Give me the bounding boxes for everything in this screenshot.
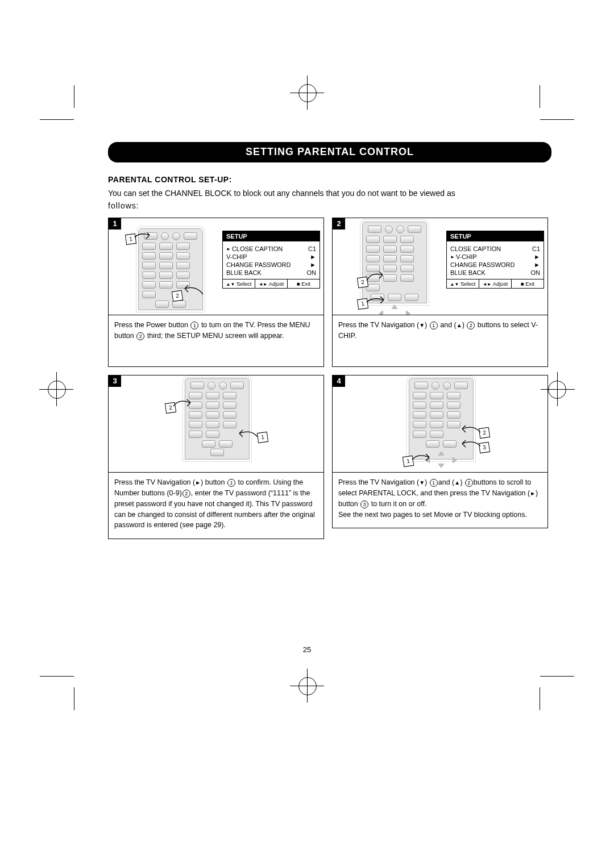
osd-item-value: ► xyxy=(534,253,540,260)
page-content: SETTING PARENTAL CONTROL PARENTAL CONTRO… xyxy=(108,142,551,539)
osd-item-value: C1 xyxy=(308,245,316,252)
osd-item-label: V-CHIP xyxy=(456,253,477,260)
step-3-figure: 3 2 1 xyxy=(108,375,324,473)
intro-line-2: follows: xyxy=(108,201,139,210)
step-2: 2 2 1 SETUP CLOSE CAPT xyxy=(332,218,548,367)
osd-item-value: ► xyxy=(310,253,316,260)
pointer-arrow-icon xyxy=(180,284,204,295)
osd-item-value: ON xyxy=(531,269,541,276)
osd-item-label: CHANGE PASSWORD xyxy=(226,261,291,268)
remote-illustration xyxy=(362,222,427,303)
osd-footer-adjust: Adjust xyxy=(269,281,284,287)
step-4-figure: 4 2 3 1 xyxy=(332,375,548,473)
step-3: 3 2 1 Press the TV Navigation (►) button… xyxy=(108,375,324,539)
osd-item-label: BLUE BACK xyxy=(450,269,486,276)
pointer-arrow-icon xyxy=(366,294,389,306)
intro-line-1: You can set the CHANNEL BLOCK to block o… xyxy=(108,189,455,198)
step-4-number: 4 xyxy=(333,375,345,387)
step-2-number: 2 xyxy=(333,218,345,229)
osd-footer-select: Select xyxy=(237,281,251,287)
remote-illustration xyxy=(185,378,250,460)
osd-setup-menu: SETUP CLOSE CAPTIONC1 ►V-CHIP► CHANGE PA… xyxy=(446,231,544,289)
pointer-arrow-icon xyxy=(458,438,482,449)
osd-item-label: CLOSE CAPTION xyxy=(232,245,283,252)
step-1-figure: 1 1 2 SETUP ►CLOSE CAPTI xyxy=(108,218,324,315)
page-number: 25 xyxy=(303,645,311,654)
pointer-arrow-icon xyxy=(235,428,259,439)
osd-footer-exit: Exit xyxy=(301,281,310,287)
step-2-caption: Press the TV Navigation (▼) 1 and (▲) 2 … xyxy=(332,315,548,367)
pointer-arrow-icon xyxy=(134,232,157,243)
osd-item-value: ► xyxy=(534,261,540,268)
osd-item-label: CLOSE CAPTION xyxy=(450,245,501,252)
pointer-arrow-icon xyxy=(411,452,435,463)
osd-item-value: C1 xyxy=(532,245,540,252)
osd-item-value: ► xyxy=(310,261,316,268)
section-heading: PARENTAL CONTROL SET-UP: xyxy=(108,175,551,184)
osd-item-value: ON xyxy=(307,269,317,276)
osd-item-label: BLUE BACK xyxy=(226,269,262,276)
pointer-arrow-icon xyxy=(366,270,389,282)
step-3-caption: Press the TV Navigation (►) button 1 to … xyxy=(108,473,324,539)
step-1-caption: Press the Power button 1 to turn on the … xyxy=(108,315,324,367)
step-2-figure: 2 2 1 SETUP CLOSE CAPT xyxy=(332,218,548,315)
step-4: 4 2 3 1 xyxy=(332,375,548,539)
osd-title: SETUP xyxy=(223,231,320,241)
step-4-caption: Press the TV Navigation (▼) 1and (▲) 2bu… xyxy=(332,473,548,528)
page-title: SETTING PARENTAL CONTROL xyxy=(108,142,551,162)
osd-item-label: V-CHIP xyxy=(226,253,247,260)
osd-item-label: CHANGE PASSWORD xyxy=(450,261,515,268)
osd-setup-menu: SETUP ►CLOSE CAPTIONC1 V-CHIP► CHANGE PA… xyxy=(222,231,320,289)
step-1-number: 1 xyxy=(109,218,121,229)
pointer-arrow-icon xyxy=(172,397,196,408)
steps-grid: 1 1 2 SETUP ►CLOSE CAPTI xyxy=(108,218,551,539)
osd-title: SETUP xyxy=(447,231,544,241)
intro-text: You can set the CHANNEL BLOCK to block o… xyxy=(108,187,551,212)
pointer-arrow-icon xyxy=(458,423,482,435)
step-1: 1 1 2 SETUP ►CLOSE CAPTI xyxy=(108,218,324,367)
step-3-number: 3 xyxy=(109,375,121,387)
